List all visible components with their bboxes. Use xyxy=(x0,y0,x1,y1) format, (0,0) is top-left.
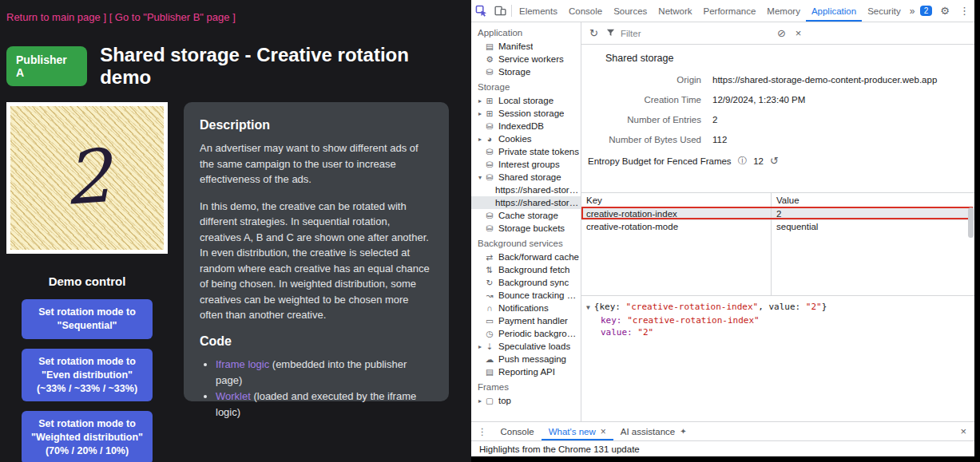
sidebar-item-bounce-tracking[interactable]: ↝Bounce tracking miti… xyxy=(471,289,581,302)
sidebar-item-reporting-api[interactable]: ▤Reporting API xyxy=(471,365,581,378)
sidebar-item-notifications[interactable]: ∩Notifications xyxy=(471,302,581,314)
cookie-icon: ◕ xyxy=(484,134,495,144)
tab-security[interactable]: Security xyxy=(862,0,907,22)
gear-icon: ⚙ xyxy=(484,54,495,64)
column-header-value[interactable]: Value xyxy=(771,195,974,205)
tab-sources[interactable]: Sources xyxy=(608,0,653,22)
info-icon[interactable]: ⓘ xyxy=(738,155,748,167)
sidebar-item-shared-storage[interactable]: ▾⛁Shared storage xyxy=(471,171,581,184)
sidebar-item-manifest[interactable]: ▤Manifest xyxy=(471,40,581,53)
set-weighted-distribution-button[interactable]: Set rotation mode to "Weighted distribut… xyxy=(22,411,153,462)
document-icon: ▤ xyxy=(484,367,495,377)
sidebar-item-interest-groups[interactable]: ⛁Interest groups xyxy=(471,158,581,171)
sidebar-item-cookies[interactable]: ▸◕Cookies xyxy=(471,132,581,145)
tab-elements[interactable]: Elements xyxy=(514,0,563,22)
drawer-tab-whats-new[interactable]: What's new × xyxy=(542,422,613,440)
description-paragraph: In this demo, the creative can be rotate… xyxy=(200,199,433,323)
divider xyxy=(511,5,512,17)
gear-icon[interactable]: ⚙ xyxy=(935,5,954,17)
more-tabs-icon[interactable]: » xyxy=(907,6,919,17)
description-panel: Description An advertiser may want to sh… xyxy=(184,102,449,401)
tab-console[interactable]: Console xyxy=(563,0,608,22)
sidebar-item-session-storage[interactable]: ▸⊞Session storage xyxy=(471,107,581,120)
column-divider[interactable] xyxy=(771,193,772,295)
sidebar-item-back-forward-cache[interactable]: ⇄Back/forward cache xyxy=(471,251,581,263)
tab-application[interactable]: Application xyxy=(806,0,862,22)
manifest-file-icon: ▤ xyxy=(484,41,495,51)
delete-selected-icon[interactable]: × xyxy=(791,27,807,39)
table-row-creative-rotation-mode[interactable]: creative-rotation-mode sequential xyxy=(581,220,974,233)
sidebar-item-periodic-background-sync[interactable]: ◷Periodic backgroun… xyxy=(471,327,581,340)
issues-badge[interactable]: 2 xyxy=(920,6,933,16)
reset-icon[interactable]: ↺ xyxy=(770,155,779,167)
demo-control-heading: Demo control xyxy=(6,274,168,288)
sidebar-item-frame-top[interactable]: ▸▢top xyxy=(471,394,581,407)
scrollbar-thumb[interactable] xyxy=(968,207,974,238)
collapse-arrow[interactable]: ▼ xyxy=(586,304,590,311)
code-heading: Code xyxy=(200,334,433,349)
field-entropy-budget: Entropy Budget for Fenced Frames ⓘ 12 ↺ xyxy=(581,155,974,167)
sidebar-item-shared-storage-origin-2[interactable]: https://shared-storage… xyxy=(471,196,581,209)
device-toolbar-icon[interactable] xyxy=(490,5,510,17)
expand-arrow: ▸ xyxy=(476,397,484,405)
database-icon: ⛁ xyxy=(484,172,495,182)
entropy-value: 12 xyxy=(753,156,764,166)
download-icon: ⇣ xyxy=(484,342,495,351)
page-title: Shared storage - Creative rotation demo xyxy=(100,44,465,89)
sidebar-item-background-fetch[interactable]: ⇅Background fetch xyxy=(471,263,581,276)
filter-input[interactable] xyxy=(619,28,758,39)
close-icon[interactable]: × xyxy=(601,426,606,437)
sidebar-item-indexeddb[interactable]: ⛁IndexedDB xyxy=(471,120,581,132)
table-header: Key Value xyxy=(581,193,974,207)
field-number-of-entries: Number of Entries 2 xyxy=(581,115,974,124)
refresh-icon[interactable]: ↻ xyxy=(585,27,603,39)
inspect-icon[interactable] xyxy=(471,5,490,17)
table-scrollbar[interactable] xyxy=(967,207,974,294)
column-header-key[interactable]: Key xyxy=(581,195,771,205)
sidebar-item-service-workers[interactable]: ⚙Service workers xyxy=(471,53,581,65)
tab-network[interactable]: Network xyxy=(653,0,697,22)
drawer-tab-console[interactable]: Console xyxy=(494,422,542,440)
tab-performance[interactable]: Performance xyxy=(698,0,762,22)
sidebar-item-local-storage[interactable]: ▸⊞Local storage xyxy=(471,94,581,107)
description-heading: Description xyxy=(200,118,433,132)
cloud-icon: ☁ xyxy=(484,354,495,364)
drawer-tab-ai-assistance[interactable]: AI assistance ✦ xyxy=(613,422,694,440)
worklet-link[interactable]: Worklet xyxy=(216,390,251,402)
table-row-creative-rotation-index[interactable]: creative-rotation-index 2 xyxy=(581,207,974,220)
tab-memory[interactable]: Memory xyxy=(761,0,806,22)
field-origin: Origin https://shared-storage-demo-conte… xyxy=(581,75,974,85)
metadata-view: Origin https://shared-storage-demo-conte… xyxy=(581,75,974,167)
sidebar-item-storage[interactable]: ⛁Storage xyxy=(471,65,581,78)
kebab-menu-icon[interactable]: ⋮ xyxy=(471,426,494,437)
bounce-icon: ↝ xyxy=(484,290,495,300)
application-sidebar: Application ▤Manifest ⚙Service workers ⛁… xyxy=(471,22,581,421)
kebab-menu-icon[interactable]: ⋮ xyxy=(954,5,974,17)
sidebar-item-speculative-loads[interactable]: ▸⇣Speculative loads xyxy=(471,340,581,353)
page-content: 2 Demo control Set rotation mode to "Seq… xyxy=(6,102,465,462)
clear-all-icon[interactable]: ⊘ xyxy=(772,27,791,39)
publisher-b-link[interactable]: Go to "Publisher B" page xyxy=(115,11,230,23)
sidebar-item-shared-storage-origin-1[interactable]: https://shared-storage… xyxy=(471,184,581,196)
sidebar-item-cache-storage[interactable]: ⛁Cache storage xyxy=(471,209,581,222)
close-drawer-icon[interactable]: × xyxy=(952,425,974,437)
clock-icon: ◷ xyxy=(484,329,495,338)
object-property: value: "2" xyxy=(586,326,970,338)
sidebar-item-push-messaging[interactable]: ☁Push messaging xyxy=(471,353,581,365)
field-number-of-bytes: Number of Bytes Used 112 xyxy=(581,135,974,144)
sidebar-item-storage-buckets[interactable]: ⛁Storage buckets xyxy=(471,222,581,235)
filter-funnel-icon xyxy=(606,28,615,38)
sidebar-item-private-state-tokens[interactable]: ⛁Private state tokens xyxy=(471,145,581,158)
description-paragraph: An advertiser may want to show different… xyxy=(200,140,433,188)
sidebar-item-payment-handler[interactable]: ▭Payment handler xyxy=(471,314,581,327)
sidebar-item-background-sync[interactable]: ↻Background sync xyxy=(471,276,581,289)
iframe-logic-link[interactable]: Iframe logic xyxy=(216,358,269,370)
frame-icon: ▢ xyxy=(484,396,495,405)
set-even-distribution-button[interactable]: Set rotation mode to "Even distribution"… xyxy=(22,349,153,402)
return-main-link[interactable]: Return to main page xyxy=(6,11,101,23)
expand-arrow: ▸ xyxy=(476,136,484,143)
set-sequential-button[interactable]: Set rotation mode to "Sequential" xyxy=(22,299,153,339)
database-icon: ⛁ xyxy=(484,223,495,233)
drawer-tabbar: ⋮ Console What's new × AI assistance ✦ × xyxy=(471,421,974,440)
list-item: Worklet (loaded and executed by the ifra… xyxy=(216,389,433,421)
